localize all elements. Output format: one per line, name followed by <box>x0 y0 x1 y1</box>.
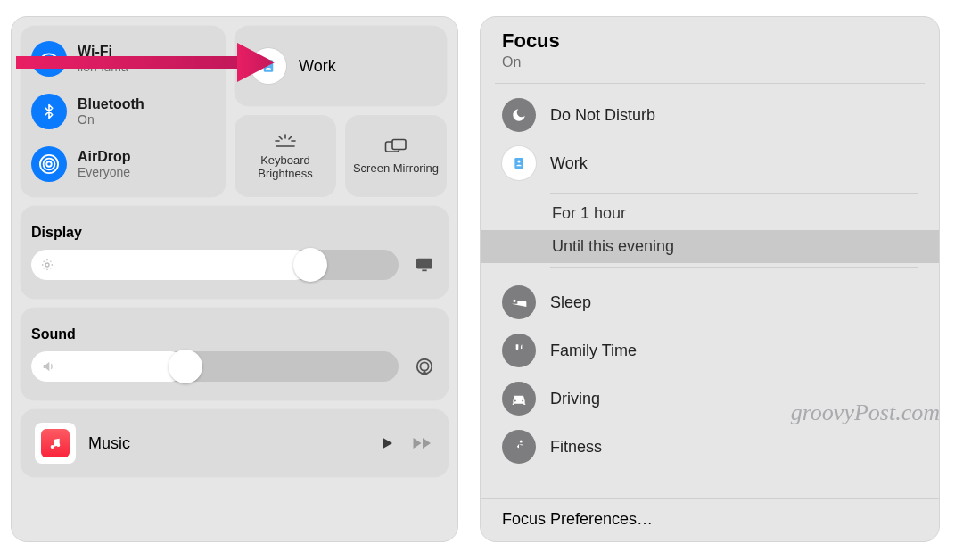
wifi-label: Wi-Fi <box>78 44 128 60</box>
wifi-status: lion-luma <box>78 60 128 74</box>
svg-point-17 <box>514 400 516 402</box>
sound-label: Sound <box>31 326 438 342</box>
divider <box>495 83 925 84</box>
screen-mirroring-tile[interactable]: Screen Mirroring <box>345 115 447 197</box>
focus-tile-label: Work <box>299 57 336 76</box>
svg-point-8 <box>45 263 49 267</box>
airplay-audio-icon[interactable] <box>411 357 438 376</box>
focus-mode-family[interactable]: Family Time <box>481 326 939 375</box>
focus-mode-label: Driving <box>550 390 600 408</box>
bluetooth-label: Bluetooth <box>78 96 144 112</box>
control-center-panel: Wi-Fi lion-luma Bluetooth On AirDrop <box>11 16 458 542</box>
wifi-icon <box>31 41 67 77</box>
svg-point-12 <box>420 362 428 370</box>
svg-point-0 <box>48 62 50 64</box>
focus-panel: Focus On Do Not Disturb Work For 1 hour … <box>480 16 940 542</box>
svg-point-18 <box>522 400 523 402</box>
running-icon <box>502 430 536 464</box>
airdrop-toggle[interactable]: AirDrop Everyone <box>31 146 215 182</box>
focus-tile[interactable]: Work <box>235 26 447 106</box>
svg-rect-10 <box>422 269 426 271</box>
work-badge-icon <box>502 146 536 180</box>
focus-mode-label: Work <box>550 154 588 173</box>
focus-status: On <box>502 54 918 70</box>
fork-knife-icon <box>502 334 536 367</box>
svg-point-1 <box>46 162 52 168</box>
music-app-icon <box>35 423 76 464</box>
focus-mode-sleep[interactable]: Sleep <box>481 278 939 326</box>
svg-rect-7 <box>392 139 406 149</box>
bluetooth-toggle[interactable]: Bluetooth On <box>31 94 215 129</box>
focus-mode-label: Family Time <box>550 342 637 360</box>
svg-point-14 <box>56 443 60 447</box>
screen-mirroring-label: Screen Mirroring <box>353 161 439 175</box>
car-icon <box>502 382 536 416</box>
focus-mode-label: Fitness <box>550 438 602 457</box>
svg-rect-9 <box>416 259 432 269</box>
bluetooth-status: On <box>78 112 144 127</box>
svg-point-5 <box>267 62 269 65</box>
display-slider[interactable] <box>31 250 399 280</box>
work-badge-icon <box>251 48 286 84</box>
bed-icon <box>502 285 536 319</box>
focus-preferences-link[interactable]: Focus Preferences… <box>481 498 939 541</box>
airdrop-status: Everyone <box>78 165 131 179</box>
focus-mode-fitness[interactable]: Fitness <box>481 423 939 471</box>
keyboard-brightness-icon <box>274 132 297 148</box>
svg-point-16 <box>517 160 520 162</box>
svg-rect-15 <box>514 158 523 169</box>
svg-point-13 <box>51 445 54 449</box>
display-menu-icon[interactable] <box>411 257 438 273</box>
screen-mirroring-icon <box>384 138 407 156</box>
next-track-icon[interactable] <box>411 435 434 451</box>
keyboard-brightness-label: Keyboard Brightness <box>235 153 336 180</box>
focus-title: Focus <box>502 29 918 53</box>
focus-option-evening[interactable]: Until this evening <box>481 230 939 263</box>
play-icon[interactable] <box>379 435 395 451</box>
display-label: Display <box>31 225 438 241</box>
music-tile[interactable]: Music <box>21 409 449 477</box>
brightness-low-icon <box>40 258 54 272</box>
volume-low-icon <box>40 359 56 374</box>
airdrop-label: AirDrop <box>78 149 131 165</box>
svg-point-2 <box>44 159 55 170</box>
display-tile: Display <box>21 206 449 299</box>
airdrop-icon <box>31 146 67 182</box>
focus-mode-work[interactable]: Work <box>481 139 939 187</box>
music-label: Music <box>88 434 130 453</box>
svg-rect-4 <box>264 60 274 72</box>
focus-option-hour[interactable]: For 1 hour <box>481 197 939 230</box>
connectivity-tile: Wi-Fi lion-luma Bluetooth On AirDrop <box>21 26 226 197</box>
watermark: groovyPost.com <box>791 399 940 426</box>
sound-tile: Sound <box>21 308 449 400</box>
wifi-toggle[interactable]: Wi-Fi lion-luma <box>31 41 215 77</box>
sound-slider[interactable] <box>31 351 399 382</box>
focus-mode-label: Sleep <box>550 293 591 312</box>
svg-point-19 <box>520 441 523 443</box>
focus-mode-dnd[interactable]: Do Not Disturb <box>481 91 939 139</box>
bluetooth-icon <box>31 94 67 129</box>
moon-icon <box>502 98 536 132</box>
focus-mode-label: Do Not Disturb <box>550 106 655 125</box>
keyboard-brightness-tile[interactable]: Keyboard Brightness <box>235 115 336 197</box>
